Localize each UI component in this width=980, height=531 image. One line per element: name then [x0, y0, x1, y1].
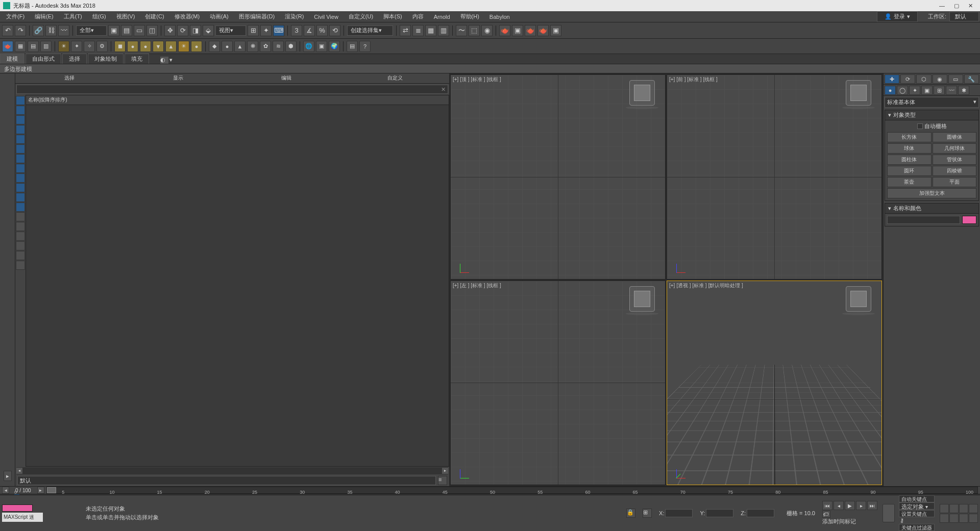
cmdtab-create[interactable]: ✚ — [885, 74, 899, 84]
menu-rendering[interactable]: 渲染(R) — [280, 11, 309, 22]
obj-teapot[interactable]: 茶壶 — [887, 177, 932, 187]
pivot-center-button[interactable]: ⊞ — [248, 25, 259, 36]
display-sort-icon[interactable] — [16, 261, 25, 270]
obj-pyramid[interactable]: 四棱锥 — [933, 166, 977, 176]
menu-babylon[interactable]: Babylon — [484, 11, 515, 22]
filter-group-icon[interactable] — [16, 154, 25, 163]
cmdtab-display[interactable]: ▭ — [948, 74, 963, 84]
selected-obj-combo[interactable]: 选定对象 ▾ — [899, 502, 935, 510]
zoom-all-button[interactable] — [949, 504, 959, 513]
scene-tree-header[interactable]: 名称(按降序排序) — [26, 95, 449, 105]
lock-selection-icon[interactable]: 🔒 — [626, 509, 635, 518]
settings-tool[interactable]: ▤ — [347, 41, 358, 52]
mirror-button[interactable]: ⇄ — [400, 25, 411, 36]
menu-group[interactable]: 组(G) — [87, 11, 111, 22]
zoom-extents-button[interactable] — [959, 504, 968, 513]
viewcube-top[interactable] — [629, 80, 655, 106]
scale-button[interactable]: ◨ — [190, 25, 201, 36]
tool-4[interactable]: ▥ — [40, 41, 52, 52]
placement-button[interactable]: ⬙ — [203, 25, 214, 36]
se-tab-display[interactable]: 显示 — [124, 73, 233, 83]
named-selection-combo[interactable]: 创建选择集 ▾ — [347, 26, 393, 36]
display-none-icon[interactable] — [16, 232, 25, 241]
light-tool-1[interactable]: ☀ — [58, 41, 69, 52]
prim-pyramid[interactable]: ▲ — [165, 41, 177, 52]
ribbon-tab-populate[interactable]: 填充 — [125, 54, 149, 64]
display-all-icon[interactable] — [16, 222, 25, 231]
subcat-geometry[interactable]: ● — [885, 86, 896, 95]
selection-filter-combo[interactable]: 全部 ▾ — [76, 26, 107, 36]
menu-tools[interactable]: 工具(T) — [59, 11, 87, 22]
filter-xref-icon[interactable] — [16, 164, 25, 173]
clear-search-icon[interactable]: ✕ — [441, 86, 446, 93]
viewport-persp-label[interactable]: [+] [透视 ] [标准 ] [默认明暗处理 ] — [669, 282, 743, 289]
keyboard-shortcut-toggle[interactable]: ⌨ — [273, 25, 284, 36]
play-button[interactable]: ▶ — [845, 501, 855, 510]
auto-key-button[interactable]: 自动关键点 — [899, 495, 935, 502]
rollout-name-color[interactable]: ▾ 名称和颜色 — [885, 203, 979, 214]
menu-civil-view[interactable]: Civil View — [309, 11, 343, 22]
primitive-category-combo[interactable]: 标准基本体▾ — [885, 97, 979, 108]
filter-bone-icon[interactable] — [16, 173, 25, 183]
time-slider-track[interactable] — [46, 487, 978, 494]
ribbon-toggle-icon[interactable]: ◐ — [160, 57, 168, 64]
render-button[interactable]: 🫖 — [525, 25, 536, 36]
cmdtab-utilities[interactable]: 🔧 — [964, 74, 979, 84]
menu-animation[interactable]: 动画(A) — [205, 11, 234, 22]
viewport-top[interactable]: [+] [顶 ] [标准 ] [线框 ] — [450, 74, 666, 280]
tool-3[interactable]: ▤ — [28, 41, 39, 52]
render-frame-button[interactable]: ▣ — [512, 25, 523, 36]
scene-search-input[interactable]: ✕ — [16, 85, 448, 94]
modifier-tool-6[interactable]: ≋ — [273, 41, 284, 52]
subcat-spacewarps[interactable]: 〰 — [946, 86, 957, 95]
obj-cylinder[interactable]: 圆柱体 — [887, 155, 932, 165]
light-tool-4[interactable]: ⚙ — [96, 41, 108, 52]
filter-geometry-icon[interactable] — [16, 96, 25, 105]
teapot-button[interactable]: 🫖 — [2, 41, 13, 52]
modifier-tool-5[interactable]: ✿ — [260, 41, 271, 52]
prim-cylinder[interactable]: ● — [140, 41, 151, 52]
cmdtab-hierarchy[interactable]: ⬡ — [916, 74, 931, 84]
viewport-perspective[interactable]: [+] [透视 ] [标准 ] [默认明暗处理 ] — [667, 281, 882, 486]
render-production-button[interactable]: ▣ — [550, 25, 561, 36]
prev-frame-button[interactable]: ◂ — [834, 501, 844, 510]
viewport-left-label[interactable]: [+] [左 ] [标准 ] [线框 ] — [453, 282, 501, 289]
rollout-object-type[interactable]: ▾ 对象类型 — [885, 110, 979, 120]
subcat-systems[interactable]: ✱ — [958, 86, 969, 95]
subcat-cameras[interactable]: ▣ — [921, 86, 933, 95]
obj-sphere[interactable]: 球体 — [887, 143, 932, 154]
viewport-left[interactable]: [+] [左 ] [标准 ] [线框 ] — [450, 281, 666, 486]
key-filter-button[interactable]: 关键点过滤器 — [899, 524, 935, 531]
percent-snap-button[interactable]: % — [316, 25, 328, 36]
prim-cone[interactable]: ▼ — [153, 41, 164, 52]
modifier-tool-4[interactable]: ❋ — [247, 41, 258, 52]
y-input[interactable] — [706, 509, 733, 517]
flyout-expand-button[interactable]: ▸ — [4, 471, 12, 481]
ref-coord-combo[interactable]: 视图 ▾ — [215, 26, 246, 36]
filter-spacewarp-icon[interactable] — [16, 144, 25, 154]
filter-frozen-icon[interactable] — [16, 193, 25, 202]
menu-file[interactable]: 文件(F) — [1, 11, 30, 22]
modifier-tool-7[interactable]: ⬢ — [285, 41, 297, 52]
select-object-button[interactable]: ▣ — [108, 25, 119, 36]
object-color-swatch[interactable] — [962, 216, 976, 224]
render-iterative-button[interactable]: 🫖 — [537, 25, 549, 36]
cmdtab-modify[interactable]: ⟳ — [900, 74, 915, 84]
prim-sun[interactable]: ☀ — [178, 41, 189, 52]
light-tool-3[interactable]: ✧ — [84, 41, 95, 52]
material-editor-button[interactable]: ◉ — [481, 25, 493, 36]
menu-arnold[interactable]: Arnold — [429, 11, 455, 22]
menu-customize[interactable]: 自定义(U) — [344, 11, 378, 22]
orbit-button[interactable] — [949, 514, 959, 523]
ribbon-tab-selection[interactable]: 选择 — [62, 54, 87, 64]
subcat-lights[interactable]: ✦ — [909, 86, 920, 95]
pan-button[interactable] — [940, 514, 949, 523]
time-next-button[interactable]: ▸ — [37, 487, 44, 494]
maximize-viewport-button[interactable] — [969, 514, 978, 523]
goto-start-button[interactable]: ⏮ — [822, 501, 832, 510]
modifier-tool-1[interactable]: ◆ — [209, 41, 220, 52]
x-input[interactable] — [665, 509, 693, 517]
obj-cone[interactable]: 圆锥体 — [933, 132, 977, 142]
subcat-helpers[interactable]: ⊞ — [934, 86, 945, 95]
filter-container-icon[interactable] — [16, 183, 25, 192]
